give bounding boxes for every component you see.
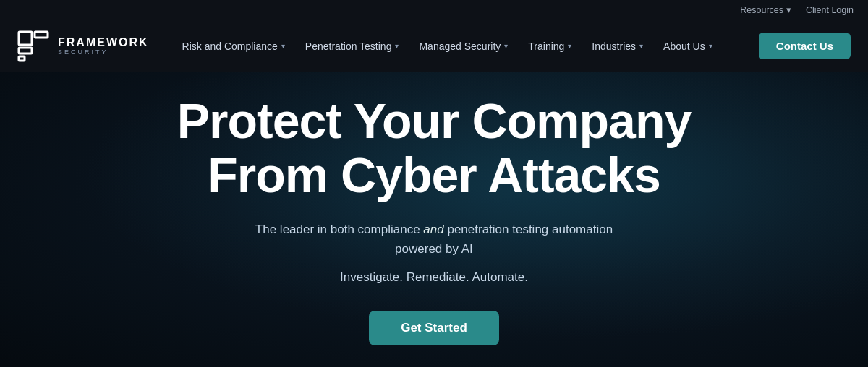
- client-login-link[interactable]: Client Login: [806, 5, 854, 15]
- hero-subtitle-line2: powered by AI: [395, 242, 473, 256]
- svg-rect-1: [19, 48, 32, 53]
- nav-label-penetration-testing: Penetration Testing: [305, 40, 392, 52]
- get-started-button[interactable]: Get Started: [369, 311, 499, 345]
- svg-rect-2: [19, 56, 25, 61]
- nav-label-about-us: About Us: [663, 40, 705, 52]
- hero-title: Protect Your Company From Cyber Attacks: [177, 94, 692, 202]
- hero-tagline: Investigate. Remediate. Automate.: [340, 270, 528, 285]
- hero-section: Protect Your Company From Cyber Attacks …: [0, 72, 868, 367]
- about-us-chevron-icon: ▾: [709, 42, 712, 50]
- hero-title-line2: From Cyber Attacks: [208, 147, 660, 202]
- navbar: FRAMEWORK SECURITY Risk and Compliance ▾…: [0, 20, 868, 72]
- logo-text: FRAMEWORK SECURITY: [58, 36, 149, 56]
- brand-name: FRAMEWORK: [58, 36, 149, 49]
- hero-subtitle-italic: and: [423, 223, 443, 236]
- nav-item-risk-compliance[interactable]: Risk and Compliance ▾: [172, 20, 295, 72]
- hero-subtitle-before: The leader in both compliance: [255, 223, 423, 236]
- nav-label-training: Training: [528, 40, 564, 52]
- nav-item-penetration-testing[interactable]: Penetration Testing ▾: [295, 20, 409, 72]
- contact-button[interactable]: Contact Us: [759, 33, 851, 59]
- industries-chevron-icon: ▾: [639, 42, 643, 50]
- training-chevron-icon: ▾: [568, 42, 571, 50]
- nav-links: Risk and Compliance ▾ Penetration Testin…: [172, 20, 747, 72]
- risk-compliance-chevron-icon: ▾: [281, 42, 285, 50]
- nav-item-about-us[interactable]: About Us ▾: [653, 20, 723, 72]
- hero-subtitle: The leader in both compliance and penetr…: [255, 220, 613, 259]
- hero-subtitle-after: penetration testing automation: [444, 223, 613, 236]
- managed-security-chevron-icon: ▾: [504, 42, 508, 50]
- svg-rect-0: [19, 32, 32, 45]
- resources-chevron-icon: ▾: [786, 4, 791, 15]
- logo[interactable]: FRAMEWORK SECURITY: [17, 30, 149, 62]
- hero-title-line1: Protect Your Company: [177, 93, 692, 148]
- logo-icon: [17, 30, 49, 62]
- nav-item-managed-security[interactable]: Managed Security ▾: [409, 20, 518, 72]
- utility-bar: Resources ▾ Client Login: [0, 0, 868, 20]
- nav-item-training[interactable]: Training ▾: [518, 20, 582, 72]
- nav-label-industries: Industries: [592, 40, 636, 52]
- nav-label-risk-compliance: Risk and Compliance: [182, 40, 278, 52]
- brand-sub: SECURITY: [58, 48, 149, 56]
- nav-label-managed-security: Managed Security: [419, 40, 501, 52]
- svg-rect-3: [35, 32, 48, 38]
- nav-item-industries[interactable]: Industries ▾: [582, 20, 653, 72]
- resources-label: Resources: [740, 5, 783, 15]
- resources-link[interactable]: Resources ▾: [740, 4, 791, 15]
- penetration-testing-chevron-icon: ▾: [395, 42, 399, 50]
